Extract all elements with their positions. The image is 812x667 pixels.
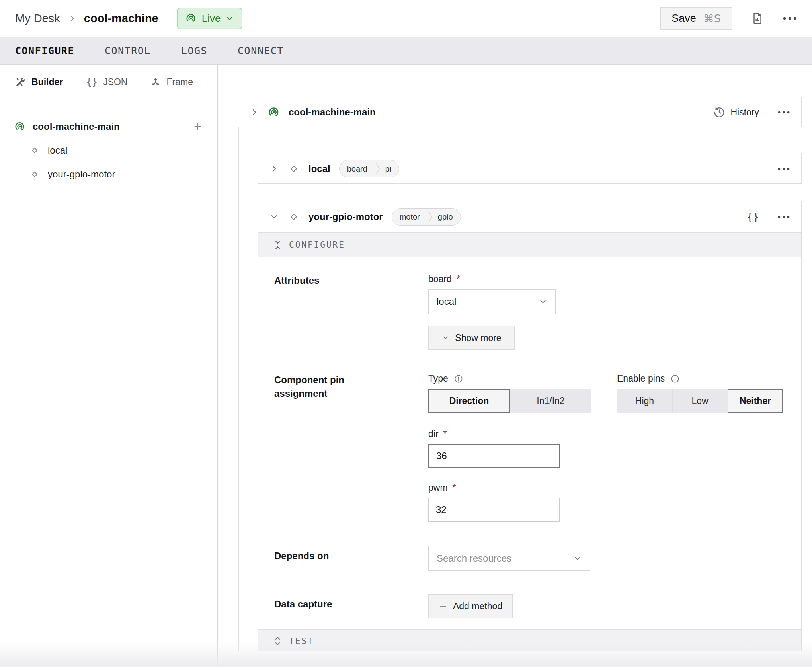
required-asterisk: * (457, 274, 460, 285)
breadcrumb-current: cool-machine (84, 12, 158, 25)
add-method-label: Add method (453, 601, 502, 612)
broadcast-icon (14, 121, 25, 132)
show-more-label: Show more (455, 333, 501, 343)
tree-item-local[interactable]: local (0, 138, 217, 162)
dir-pin-input[interactable] (428, 444, 560, 468)
expand-chevron-icon[interactable] (269, 164, 279, 174)
collapse-chevron-icon[interactable] (269, 212, 279, 222)
main-nav-tabs: CONFIGURE CONTROL LOGS CONNECT (0, 37, 812, 65)
board-select-value: local (437, 296, 456, 307)
expand-section-icon (274, 636, 281, 646)
save-button[interactable]: Save ⌘S (660, 7, 732, 30)
tab-configure[interactable]: CONFIGURE (15, 45, 74, 57)
data-capture-section: Data capture Add method (258, 583, 801, 629)
pwm-field-label: pwm * (428, 482, 783, 493)
json-braces-icon[interactable]: {} (747, 211, 759, 223)
machine-part-title: cool-machine-main (289, 107, 376, 118)
enable-pins-toggle-group: High Low Neither (617, 389, 783, 413)
board-select[interactable]: local (428, 289, 556, 314)
view-switcher: Builder {} JSON Frame (0, 65, 217, 99)
live-status-badge[interactable]: Live (177, 8, 243, 29)
view-builder[interactable]: Builder (15, 77, 63, 88)
configure-canvas: cool-machine-main History (218, 65, 812, 667)
enable-option-neither[interactable]: Neither (728, 389, 783, 413)
resource-type-tags: board pi (339, 160, 400, 177)
type-toggle-group: Direction In1/In2 (428, 389, 591, 413)
component-diamond-icon (29, 169, 40, 179)
view-frame[interactable]: Frame (150, 77, 193, 88)
broadcast-icon (185, 13, 197, 24)
more-menu-icon[interactable] (783, 16, 797, 20)
tab-control[interactable]: CONTROL (105, 45, 151, 57)
broadcast-icon (268, 106, 280, 118)
test-section-label: TEST (289, 636, 314, 646)
card-menu-icon[interactable] (777, 111, 790, 114)
depends-on-section: Depends on Search resources (258, 536, 801, 583)
info-icon[interactable] (454, 374, 463, 384)
local-board-card: local board pi (258, 153, 802, 184)
pwm-pin-input[interactable] (428, 498, 560, 522)
braces-icon: {} (86, 76, 98, 88)
component-diamond-icon (29, 145, 40, 156)
tree-item-machine-part[interactable]: cool-machine-main (0, 115, 217, 138)
attributes-section-label: Attributes (274, 274, 428, 350)
tab-logs[interactable]: LOGS (181, 45, 207, 57)
view-json[interactable]: {} JSON (86, 76, 127, 88)
enable-option-low[interactable]: Low (672, 389, 728, 413)
required-asterisk: * (443, 429, 447, 439)
machine-report-icon[interactable] (751, 12, 764, 25)
tag-type: motor (392, 213, 427, 222)
depends-on-select[interactable]: Search resources (428, 546, 590, 571)
component-diamond-icon (288, 163, 300, 175)
tag-type: board (340, 164, 375, 174)
save-shortcut: ⌘S (703, 12, 721, 25)
resource-type-tags: motor gpio (392, 208, 461, 226)
test-section-bar[interactable]: TEST (258, 629, 801, 651)
data-capture-section-label: Data capture (274, 594, 428, 618)
tab-connect[interactable]: CONNECT (238, 45, 284, 57)
machine-part-card: cool-machine-main History (238, 97, 802, 127)
enable-option-high[interactable]: High (617, 389, 672, 413)
tree-item-your-gpio-motor[interactable]: your-gpio-motor (0, 162, 217, 186)
depends-on-section-label: Depends on (274, 546, 428, 571)
motor-card-title: your-gpio-motor (308, 211, 383, 222)
breadcrumb-parent[interactable]: My Desk (15, 12, 60, 25)
board-field-label: board * (428, 274, 556, 285)
view-json-label: JSON (103, 77, 127, 88)
add-method-button[interactable]: Add method (428, 594, 513, 618)
tag-model: gpio (433, 213, 461, 222)
type-field-label: Type (428, 373, 591, 384)
pin-assignment-section-label: Component pin assignment (274, 373, 428, 522)
info-icon[interactable] (670, 374, 680, 384)
add-component-icon[interactable] (193, 121, 203, 132)
history-label: History (730, 107, 759, 118)
configure-section-label: CONFIGURE (289, 240, 345, 250)
type-option-direction[interactable]: Direction (428, 389, 510, 413)
tree-root-label: cool-machine-main (33, 121, 120, 132)
show-more-button[interactable]: Show more (428, 326, 515, 350)
tree-child-label: local (48, 145, 67, 156)
dir-field-label: dir * (428, 429, 783, 439)
type-option-in1in2[interactable]: In1/In2 (510, 389, 591, 413)
component-diamond-icon (288, 211, 300, 223)
history-button[interactable]: History (713, 106, 759, 118)
card-menu-icon[interactable] (777, 215, 790, 219)
breadcrumb-separator (68, 14, 76, 22)
configure-section-bar[interactable]: CONFIGURE (258, 232, 801, 257)
enable-pins-toggle-block: Enable pins High Low Neither (617, 373, 783, 413)
view-builder-label: Builder (31, 77, 63, 88)
card-menu-icon[interactable] (777, 167, 790, 171)
chevron-down-icon (226, 14, 234, 22)
type-toggle-block: Type Direction In1/In2 (428, 373, 591, 413)
motor-component-card: your-gpio-motor motor gpio {} (258, 201, 802, 651)
expand-chevron-icon[interactable] (250, 107, 259, 117)
local-card-title: local (308, 163, 330, 174)
enable-pins-field-label: Enable pins (617, 373, 783, 384)
live-status-label: Live (202, 12, 221, 25)
breadcrumb: My Desk cool-machine (15, 12, 158, 25)
attributes-section: Attributes board * local Show more (258, 257, 801, 362)
save-label: Save (671, 12, 696, 25)
tag-model: pi (381, 164, 399, 174)
depends-on-placeholder: Search resources (437, 553, 511, 564)
top-bar-actions: Save ⌘S (660, 7, 797, 30)
